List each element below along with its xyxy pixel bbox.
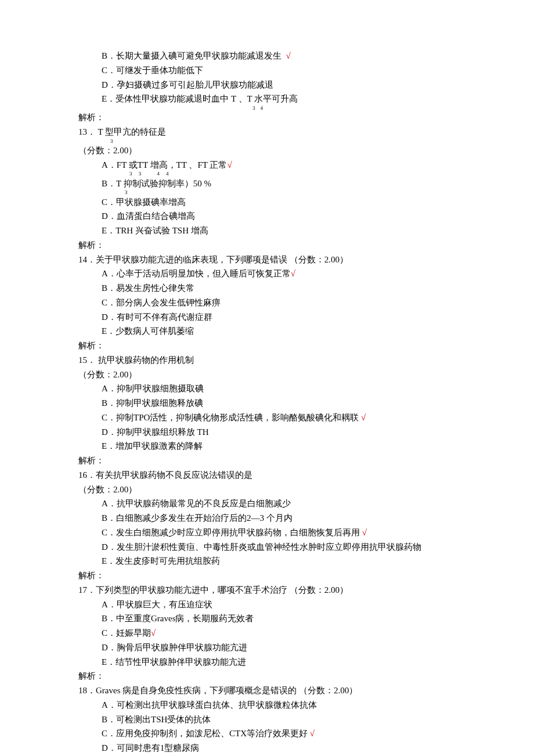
q17-option-e: E．结节性甲状腺肿伴甲状腺功能亢进 xyxy=(78,655,456,669)
analysis-label: 解析： xyxy=(78,669,456,683)
q14-title: 14．关于甲状腺功能亢进的临床表现，下列哪项是错误 （分数：2.00） xyxy=(78,253,456,267)
q13-title: 13． T 型甲亢的特征是 xyxy=(78,125,456,139)
option-text: A．心率于活动后明显加快，但入睡后可恢复正常 xyxy=(102,269,291,278)
q15-score: （分数：2.00） xyxy=(78,368,456,382)
option-text: C．妊娠早期 xyxy=(102,628,151,638)
q14-option-e: E．少数病人可伴肌萎缩 xyxy=(78,324,456,339)
content-area: B．长期大量摄入碘可避免甲状腺功能减退发生 √ C．可继发于垂体功能低下 D．孕… xyxy=(0,49,534,755)
q12-option-e-sub: 3 4 xyxy=(78,106,456,110)
q16-option-e: E．发生皮疹时可先用抗组胺药 xyxy=(78,554,456,568)
q16-option-a: A．抗甲状腺药物最常见的不良反应是白细胞减少 xyxy=(78,496,456,511)
q17-option-b: B．中至重度Graves病，长期服药无效者 xyxy=(78,611,456,626)
option-text: A．FT 或TT 增高，TT 、FT 正常 xyxy=(102,160,227,170)
option-text: C．抑制TPO活性，抑制碘化物形成活性碘，影响酪氨酸碘化和耦联 xyxy=(102,413,361,422)
q13-score: （分数：2.00） xyxy=(78,143,456,158)
option-text-part1: E．受体性甲状腺功能减退时血中 T xyxy=(102,94,239,103)
analysis-label: 解析： xyxy=(78,568,456,583)
analysis-label: 解析： xyxy=(78,238,456,253)
correct-mark-icon: √ xyxy=(291,269,295,278)
q18-option-c: C．应用免疫抑制剂，如泼尼松、CTX等治疗效果更好 √ xyxy=(78,726,456,741)
q16-option-b: B．白细胞减少多发生在开始治疗后的2—3 个月内 xyxy=(78,511,456,525)
q12-option-c: C．可继发于垂体功能低下 xyxy=(78,63,456,78)
q13-option-b: B．T 抑制试验抑制率）50 % xyxy=(78,177,456,191)
correct-mark-icon: √ xyxy=(362,528,367,537)
q14-option-a: A．心率于活动后明显加快，但入睡后可恢复正常√ xyxy=(78,267,456,281)
q12-option-e: E．受体性甲状腺功能减退时血中 T 、T 水平可升高 xyxy=(78,92,456,106)
analysis-label: 解析： xyxy=(78,453,456,468)
q12-option-b: B．长期大量摄入碘可避免甲状腺功能减退发生 √ xyxy=(78,49,456,63)
q15-option-d: D．抑制甲状腺组织释放 TH xyxy=(78,425,456,440)
option-text: C．应用免疫抑制剂，如泼尼松、CTX等治疗效果更好 xyxy=(102,729,310,738)
q13-option-e: E．TRH 兴奋试验 TSH 增高 xyxy=(78,224,456,238)
q18-option-b: B．可检测出TSH受体的抗体 xyxy=(78,712,456,727)
option-text: B．长期大量摄入碘可避免甲状腺功能减退发生 xyxy=(102,51,286,60)
q15-option-e: E．增加甲状腺激素的降解 xyxy=(78,439,456,453)
q18-option-a: A．可检测出抗甲状腺球蛋白抗体、抗甲状腺微粒体抗体 xyxy=(78,698,456,712)
q16-title: 16．有关抗甲状腺药物不良反应说法错误的是 xyxy=(78,468,456,483)
q14-option-d: D．有时可不伴有高代谢症群 xyxy=(78,310,456,325)
correct-mark-icon: √ xyxy=(286,51,291,60)
q17-option-c: C．妊娠早期√ xyxy=(78,626,456,640)
correct-mark-icon: √ xyxy=(227,160,232,170)
option-text-b: 抑制试验抑制率）50 % xyxy=(124,179,211,188)
q16-option-c: C．发生白细胞减少时应立即停用抗甲状腺药物，白细胞恢复后再用 √ xyxy=(78,525,456,540)
q17-title: 17．下列类型的甲状腺功能亢进中，哪项不宜手术治疗 （分数：2.00） xyxy=(78,583,456,597)
q17-option-d: D．胸骨后甲状腺肿伴甲状腺功能亢进 xyxy=(78,640,456,655)
option-text: C．发生白细胞减少时应立即停用抗甲状腺药物，白细胞恢复后再用 xyxy=(102,528,362,537)
q14-option-b: B．易发生房性心律失常 xyxy=(78,281,456,296)
q13-option-d: D．血清蛋白结合碘增高 xyxy=(78,209,456,224)
q13-title-sub: 3 xyxy=(78,139,456,143)
option-text-part2: 、T 水平可升高 xyxy=(239,94,298,103)
q13-option-a: A．FT 或TT 增高，TT 、FT 正常√ xyxy=(78,158,456,172)
q13-option-c: C．甲状腺摄碘率增高 xyxy=(78,195,456,210)
q13-title-a: 13． T xyxy=(78,127,105,136)
option-text-a: B．T xyxy=(102,179,124,188)
q16-option-d: D．发生胆汁淤积性黄疸、中毒性肝炎或血管神经性水肿时应立即停用抗甲状腺药物 xyxy=(78,540,456,555)
analysis-label: 解析： xyxy=(78,339,456,353)
q13-title-b: 型甲亢的特征是 xyxy=(105,127,166,136)
correct-mark-icon: √ xyxy=(310,729,315,738)
q15-option-b: B．抑制甲状腺细胞释放碘 xyxy=(78,396,456,411)
q15-option-a: A．抑制甲状腺细胞摄取碘 xyxy=(78,381,456,396)
correct-mark-icon: √ xyxy=(361,413,366,422)
q18-option-d: D．可同时患有1型糖尿病 xyxy=(78,741,456,755)
q15-option-c: C．抑制TPO活性，抑制碘化物形成活性碘，影响酪氨酸碘化和耦联 √ xyxy=(78,411,456,425)
q16-score: （分数：2.00） xyxy=(78,483,456,497)
analysis-label: 解析： xyxy=(78,110,456,125)
q18-title: 18．Graves 病是自身免疫性疾病，下列哪项概念是错误的 （分数：2.00） xyxy=(78,683,456,698)
q15-title: 15． 抗甲状腺药物的作用机制 xyxy=(78,353,456,368)
q17-option-a: A．甲状腺巨大，有压迫症状 xyxy=(78,597,456,612)
correct-mark-icon: √ xyxy=(151,628,156,638)
document-page: B．长期大量摄入碘可避免甲状腺功能减退发生 √ C．可继发于垂体功能低下 D．孕… xyxy=(0,0,534,756)
q13-option-a-sub: 3 3 4 4 xyxy=(78,172,456,176)
q12-option-d: D．孕妇摄碘过多可引起胎儿甲状腺功能减退 xyxy=(78,78,456,92)
q14-option-c: C．部分病人会发生低钾性麻痹 xyxy=(78,296,456,310)
q13-option-b-sub: 3 xyxy=(78,190,456,195)
